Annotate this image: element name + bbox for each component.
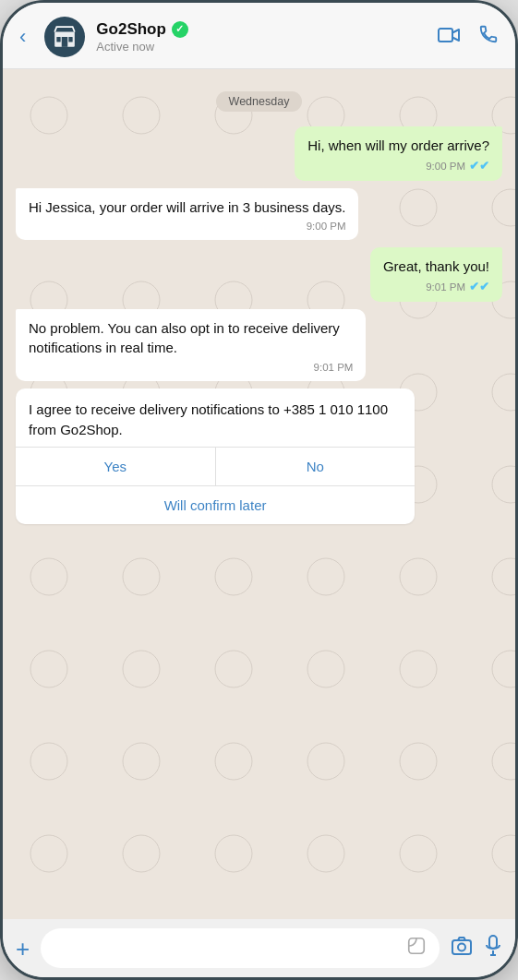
message-bubble-out-1: Hi, when will my order arrive? 9:00 PM ✔… [295, 126, 502, 181]
svg-rect-4 [439, 29, 452, 42]
input-field-wrap [41, 928, 440, 968]
contact-info: Go2Shop Active now [96, 20, 427, 54]
bubble-meta: 9:00 PM [29, 219, 345, 234]
message-bubble-in-1: Hi Jessica, your order will arrive in 3 … [16, 188, 358, 240]
svg-rect-1 [62, 37, 68, 47]
list-item: Hi, when will my order arrive? 9:00 PM ✔… [295, 126, 502, 181]
svg-rect-6 [452, 940, 471, 954]
bubble-meta: 9:01 PM [29, 360, 353, 376]
avatar [44, 17, 85, 57]
video-call-icon[interactable] [438, 25, 460, 49]
back-button[interactable]: ‹ [19, 21, 33, 53]
list-item: No problem. You can also opt in to recei… [16, 309, 366, 381]
message-bubble-out-2: Great, thank you! 9:01 PM ✔✔ [370, 247, 502, 302]
day-separator: Wednesday [16, 91, 502, 112]
day-label: Wednesday [216, 91, 303, 112]
chat-body: Wednesday Hi, when will my order arrive?… [3, 69, 515, 919]
read-ticks: ✔✔ [469, 158, 489, 175]
read-ticks: ✔✔ [469, 279, 489, 296]
mic-button[interactable] [484, 935, 502, 962]
message-input[interactable] [54, 940, 399, 956]
contact-status: Active now [96, 40, 427, 54]
confirm-later-button[interactable]: Will confirm later [16, 486, 415, 524]
header-actions [438, 24, 499, 50]
svg-rect-8 [489, 936, 497, 949]
svg-rect-2 [57, 37, 61, 42]
add-attachment-button[interactable]: + [16, 937, 30, 961]
contact-name: Go2Shop [96, 20, 166, 39]
shop-icon [53, 25, 77, 49]
yes-button[interactable]: Yes [16, 448, 216, 485]
chat-header: ‹ Go2Shop Active now [3, 3, 515, 69]
interactive-card: I agree to receive delivery notification… [16, 388, 415, 525]
card-buttons-row: Yes No [16, 448, 415, 486]
card-text: I agree to receive delivery notification… [16, 388, 415, 448]
phone-shell: ‹ Go2Shop Active now [0, 0, 518, 980]
bubble-meta: 9:01 PM ✔✔ [383, 279, 489, 296]
bubble-meta: 9:00 PM ✔✔ [307, 158, 489, 175]
sticker-icon[interactable] [406, 936, 427, 961]
list-item: Great, thank you! 9:01 PM ✔✔ [370, 247, 502, 302]
no-button[interactable]: No [216, 448, 416, 485]
contact-name-row: Go2Shop [96, 20, 427, 39]
camera-button[interactable] [451, 936, 473, 962]
chat-input-bar: + [3, 919, 515, 977]
phone-call-icon[interactable] [478, 24, 499, 50]
svg-point-7 [458, 943, 465, 950]
message-bubble-in-2: No problem. You can also opt in to recei… [16, 309, 366, 381]
list-item: Hi Jessica, your order will arrive in 3 … [16, 188, 358, 240]
svg-rect-3 [69, 37, 73, 42]
verified-badge [172, 21, 188, 38]
